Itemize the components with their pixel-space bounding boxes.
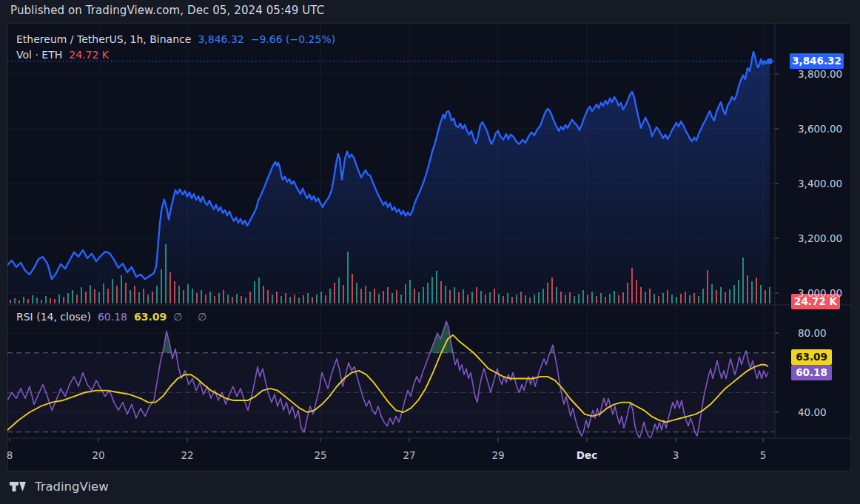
time-tick-label: 3 — [673, 448, 679, 462]
time-tick-label: 8 — [7, 448, 13, 462]
rsi-tick-label: 80.00 — [798, 326, 827, 340]
price-area-fill — [7, 52, 770, 304]
price-change-value: −9.66 (−0.25%) — [251, 33, 335, 45]
volume-value: 24.72 K — [69, 49, 109, 61]
time-tick-label: 25 — [314, 448, 326, 462]
volume-legend: Vol · ETH 24.72 K — [16, 49, 109, 61]
rsi-value: 60.18 — [98, 311, 127, 323]
price-tick-label: 3,600.00 — [798, 122, 842, 135]
last-price-value: 3,846.32 — [198, 33, 243, 45]
tradingview-logo-icon — [10, 480, 29, 494]
time-tick-label: 20 — [92, 448, 104, 462]
time-tick-label: Dec — [577, 448, 597, 462]
chart-canvas[interactable] — [7, 23, 851, 471]
time-scale[interactable] — [7, 438, 776, 471]
time-tick-label: 22 — [181, 448, 193, 462]
rsi-ma-badge: 63.09 — [791, 349, 832, 365]
symbol-legend: Ethereum / TetherUS, 1h, Binance 3,846.3… — [16, 33, 335, 45]
time-tick-label: 29 — [491, 448, 504, 462]
time-tick-label: 27 — [403, 448, 415, 462]
tradingview-link[interactable]: TradingView — [10, 480, 109, 494]
rsi-ma-value: 63.09 — [134, 311, 167, 323]
volume-label: Vol · ETH — [16, 49, 62, 61]
time-tick-label: 5 — [760, 448, 767, 462]
price-tick-label: 3,200.00 — [798, 232, 842, 245]
published-banner: Published on TradingView.com, Dec 05, 20… — [10, 4, 324, 17]
rsi-title: RSI (14, close) — [16, 311, 91, 323]
symbol-title: Ethereum / TetherUS, 1h, Binance — [16, 33, 191, 45]
price-tick-label: 3,800.00 — [798, 67, 842, 81]
rsi-legend: RSI (14, close) 60.18 63.09 ∅ ∅ — [16, 311, 212, 323]
rsi-tick-label: 40.00 — [798, 406, 827, 419]
price-tick-label: 3,000.00 — [798, 286, 842, 300]
price-tick-label: 3,400.00 — [798, 177, 842, 190]
rsi-badge: 60.18 — [791, 365, 832, 380]
tradingview-wordmark: TradingView — [35, 480, 109, 494]
source-toggle-icons[interactable]: ∅ ∅ — [173, 311, 212, 323]
last-price-marker — [767, 58, 773, 64]
